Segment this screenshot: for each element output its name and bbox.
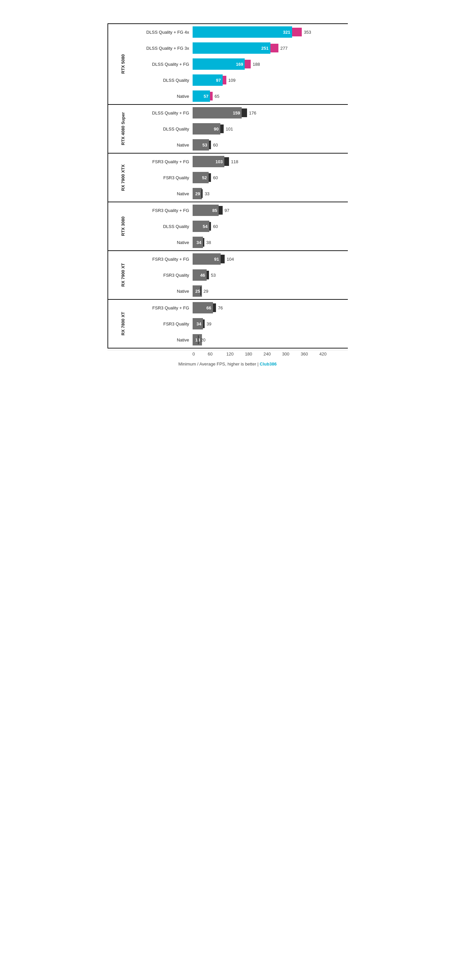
gpu-group-rtx-3080: RTX 3080FSR3 Quality + FG8597DLSS Qualit… <box>108 202 348 250</box>
row-label: FSR3 Quality + FG <box>138 305 192 310</box>
row-label: DLSS Quality + FG 3x <box>138 46 192 51</box>
row-label: DLSS Quality <box>138 78 192 83</box>
bar-avg-label: 33 <box>205 191 209 196</box>
row-label: DLSS Quality + FG <box>138 62 192 67</box>
row-label: DLSS Quality <box>138 224 192 229</box>
bar-area: 103118 <box>192 156 348 167</box>
bar-avg <box>213 304 216 312</box>
bar-avg-label: 60 <box>213 224 218 229</box>
row-label: DLSS Quality <box>138 127 192 132</box>
row-label: FSR3 Quality <box>138 175 192 180</box>
bar-row: FSR3 Quality + FG91104 <box>138 251 348 267</box>
bar-row: DLSS Quality + FG 3x251277 <box>138 40 348 56</box>
bar-avg <box>203 238 204 247</box>
bar-area: 5765 <box>192 91 348 102</box>
bar-min: 251 <box>192 42 270 54</box>
gpu-label: RX 7800 XT <box>108 300 138 348</box>
row-label: DLSS Quality + FG 4x <box>138 30 192 35</box>
bar-row: FSR3 Quality5260 <box>138 170 348 186</box>
bar-area: 251277 <box>192 42 348 54</box>
gpu-rows: FSR3 Quality + FG8597DLSS Quality5460Nat… <box>138 202 348 250</box>
gpu-group-rtx-4080-super: RTX 4080 SuperDLSS Quality + FG159176DLS… <box>108 104 348 153</box>
bar-row: DLSS Quality + FG169188 <box>138 56 348 72</box>
bar-avg-label: 176 <box>249 110 256 116</box>
bar-area: 169188 <box>192 59 348 70</box>
bar-area: 5360 <box>192 139 348 151</box>
bar-row: Native3438 <box>138 234 348 250</box>
row-label: Native <box>138 94 192 99</box>
bar-row: DLSS Quality5460 <box>138 218 348 234</box>
bar-avg <box>223 76 226 84</box>
gpu-group-rx-7900-xt: RX 7900 XTFSR3 Quality + FG91104FSR3 Qua… <box>108 250 348 299</box>
bar-avg-label: 39 <box>207 321 211 326</box>
bar-area: 8597 <box>192 205 348 216</box>
bar-row: FSR3 Quality + FG6676 <box>138 300 348 316</box>
gpu-group-rx-7900-xtx: RX 7900 XTXFSR3 Quality + FG103118FSR3 Q… <box>108 153 348 202</box>
bar-area: 1820 <box>192 334 348 345</box>
chart-title <box>108 7 348 23</box>
bar-area: 3438 <box>192 237 348 248</box>
gpu-rows: DLSS Quality + FG159176DLSS Quality90101… <box>138 105 348 153</box>
gpu-rows: FSR3 Quality + FG103118FSR3 Quality5260N… <box>138 154 348 202</box>
row-label: FSR3 Quality <box>138 321 192 326</box>
bar-avg-label: 20 <box>200 337 205 342</box>
bar-min: 29 <box>192 188 202 199</box>
gpu-rows: DLSS Quality + FG 4x321353DLSS Quality +… <box>138 24 348 104</box>
bar-row: FSR3 Quality + FG103118 <box>138 154 348 170</box>
bar-avg-label: 53 <box>211 273 216 278</box>
bar-min: 57 <box>192 91 210 102</box>
bar-area: 3439 <box>192 318 348 329</box>
bar-avg-label: 38 <box>206 240 211 245</box>
bar-avg-label: 60 <box>213 143 218 148</box>
bar-avg <box>209 140 211 149</box>
x-tick: 240 <box>263 352 271 356</box>
bar-area: 91104 <box>192 253 348 265</box>
bar-avg <box>224 157 229 166</box>
x-tick: 420 <box>320 352 327 356</box>
bar-avg-label: 118 <box>231 159 239 164</box>
bar-area: 2933 <box>192 188 348 199</box>
bar-row: DLSS Quality90101 <box>138 121 348 137</box>
bar-min: 66 <box>192 302 213 313</box>
gpu-rows: FSR3 Quality + FG91104FSR3 Quality4653Na… <box>138 251 348 299</box>
bar-area: 159176 <box>192 107 348 118</box>
bar-row: FSR3 Quality + FG8597 <box>138 202 348 218</box>
bar-avg <box>270 44 278 52</box>
gpu-label: RX 7900 XTX <box>108 154 138 202</box>
bar-area: 90101 <box>192 123 348 135</box>
x-tick: 120 <box>226 352 234 356</box>
bar-min: 90 <box>192 123 221 135</box>
bar-avg <box>203 320 205 328</box>
gpu-label: RTX 3080 <box>108 202 138 250</box>
bar-avg <box>209 222 211 231</box>
x-axis-ticks: 060120180240300360420 <box>192 350 348 360</box>
chart-area: RTX 5080DLSS Quality + FG 4x321353DLSS Q… <box>108 23 348 348</box>
bar-row: DLSS Quality + FG159176 <box>138 105 348 121</box>
bar-avg <box>198 336 199 344</box>
bar-avg <box>201 189 203 198</box>
x-tick: 360 <box>301 352 308 356</box>
bar-avg <box>208 173 211 182</box>
bar-area: 5460 <box>192 221 348 232</box>
x-axis-club386: Club386 <box>260 361 277 366</box>
bar-avg <box>245 60 251 68</box>
row-label: FSR3 Quality + FG <box>138 208 192 213</box>
bar-avg <box>207 271 209 279</box>
row-label: FSR3 Quality <box>138 273 192 278</box>
gpu-group-rx-7800-xt: RX 7800 XTFSR3 Quality + FG6676FSR3 Qual… <box>108 299 348 348</box>
bar-avg-label: 104 <box>227 257 234 262</box>
bar-area: 6676 <box>192 302 348 313</box>
row-label: DLSS Quality + FG <box>138 110 192 116</box>
bar-row: Native5765 <box>138 88 348 104</box>
bar-min: 321 <box>192 26 292 38</box>
bar-avg-label: 109 <box>228 78 235 83</box>
bar-avg-label: 188 <box>253 62 260 67</box>
x-tick: 0 <box>192 352 195 356</box>
bar-min: 46 <box>192 269 207 281</box>
bar-row: Native2933 <box>138 186 348 202</box>
bar-avg <box>292 28 302 37</box>
row-label: Native <box>138 143 192 148</box>
row-label: Native <box>138 240 192 245</box>
bar-row: Native1820 <box>138 332 348 348</box>
bar-area: 321353 <box>192 26 348 38</box>
